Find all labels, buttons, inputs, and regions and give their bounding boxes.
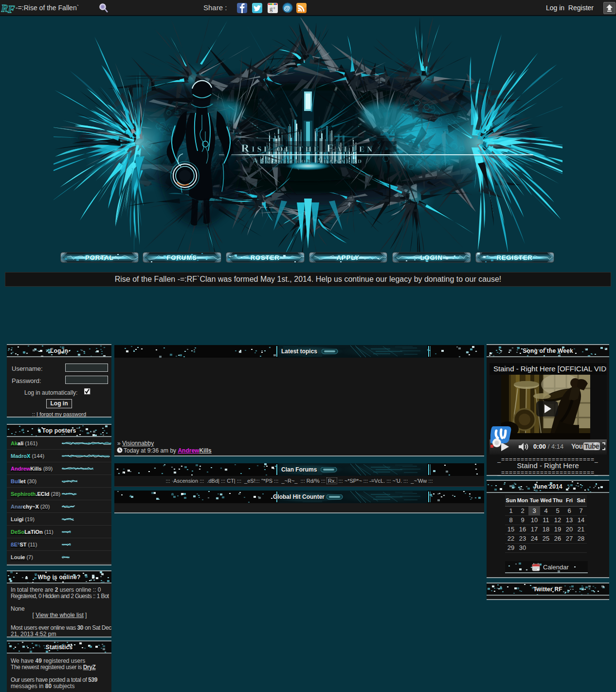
- svg-text:R: R: [1, 2, 8, 14]
- svg-text:@: @: [284, 4, 290, 12]
- svg-text:Rise of the Fallen: Rise of the Fallen: [241, 142, 375, 154]
- svg-text:g: g: [270, 5, 273, 12]
- svg-text:F: F: [7, 3, 15, 15]
- svg-text:Armagetron Advanced: Armagetron Advanced: [253, 157, 363, 164]
- svg-text:+: +: [273, 6, 275, 11]
